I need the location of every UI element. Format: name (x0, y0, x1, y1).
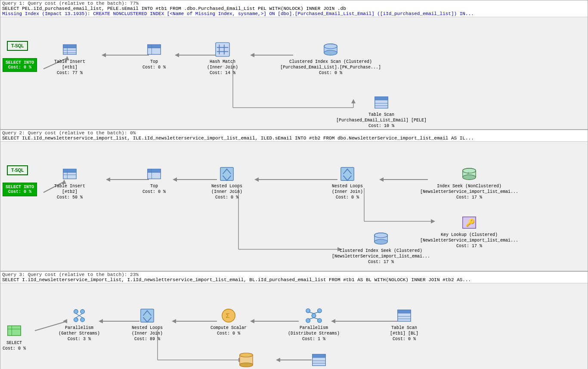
hash-match-icon-1 (214, 41, 231, 58)
nested-loops-node-2b[interactable]: Nested Loops(Inner Join)Cost: 0 % (332, 165, 363, 200)
svg-rect-14 (63, 45, 76, 48)
svg-rect-61 (148, 169, 161, 173)
clustered-scan-icon-1 (322, 41, 339, 58)
nested-loops-icon-3 (139, 307, 156, 324)
top-icon-2 (145, 165, 163, 183)
top-icon-1 (145, 41, 163, 58)
clustered-seek-icon-2 (372, 230, 390, 247)
select-icon-3 (6, 322, 23, 339)
table-spool-node-3[interactable]: Table Spool(Lazy Spool)Cost: 6 % (231, 351, 262, 369)
nested-loops-label-2b: Nested Loops(Inner Join)Cost: 0 % (332, 183, 363, 200)
query-1-section: Query 1: Query cost (relative to the bat… (0, 0, 588, 130)
svg-marker-44 (173, 177, 177, 182)
svg-line-106 (79, 316, 83, 318)
svg-rect-35 (375, 97, 388, 100)
svg-marker-4 (102, 53, 106, 57)
tsql-node-2: T-SQL (7, 165, 28, 175)
nested-loops-label-2a: Nested Loops(Inner Join)Cost: 0 % (211, 183, 242, 200)
q3-line1: Query 3: Query cost (relative to the bat… (2, 272, 586, 277)
svg-point-100 (80, 310, 85, 314)
table-scan-node-3b[interactable]: Table Scan[#tb2] [I]Cost: 1 % (306, 351, 332, 369)
query-1-header: Query 1: Query cost (relative to the bat… (0, 0, 588, 17)
query-2-header: Query 2: Query cost (relative to the bat… (0, 130, 588, 142)
select-into-label-2: SELECT INTOCost: 0 % (3, 183, 37, 196)
parallelism-gather-label-3: Parallelism(Gather Streams)Cost: 3 % (59, 325, 100, 342)
key-lookup-icon-2: 🔑 (461, 214, 478, 231)
svg-rect-127 (313, 354, 325, 358)
tsql-label-1: T-SQL (7, 41, 28, 51)
svg-marker-95 (276, 358, 280, 362)
svg-rect-23 (216, 43, 229, 56)
hash-match-node-1[interactable]: Hash Match(Inner Join)Cost: 14 % (207, 41, 238, 76)
q1-line1: Query 1: Query cost (relative to the bat… (2, 1, 586, 6)
table-scan-node-3a[interactable]: Table Scan[#tb1] [BL]Cost: 0 % (390, 307, 418, 342)
nested-loops-node-2a[interactable]: Nested Loops(Inner Join)Cost: 0 % (211, 165, 242, 200)
svg-marker-42 (106, 177, 110, 182)
select-label-3: SELECTCost: 0 % (3, 340, 26, 351)
svg-marker-88 (250, 319, 254, 323)
svg-point-110 (312, 313, 316, 318)
svg-rect-56 (63, 169, 76, 173)
svg-line-117 (309, 318, 314, 319)
svg-marker-6 (175, 53, 179, 57)
hash-match-label-1: Hash Match(Inner Join)Cost: 14 % (207, 59, 238, 76)
svg-line-118 (314, 318, 319, 319)
nested-loops-icon-2b (339, 165, 356, 183)
top-node-2[interactable]: TopCost: 0 % (142, 165, 166, 195)
svg-rect-120 (398, 310, 411, 313)
nested-loops-node-3[interactable]: Nested Loops(Inner Join)Cost: 89 % (132, 307, 163, 342)
table-scan-node-1[interactable]: Table Scan[Purchased_Email_List_Email] [… (336, 94, 427, 129)
nested-loops-label-3: Nested Loops(Inner Join)Cost: 89 % (132, 325, 163, 342)
table-insert-node-1[interactable]: Table Insert[#tb1]Cost: 77 % (54, 41, 85, 76)
parallelism-distribute-node-3[interactable]: Parallelism(Distribute Streams)Cost: 1 % (288, 307, 340, 342)
table-insert-icon-1 (61, 41, 78, 58)
clustered-scan-label-1: Clustered Index Scan (Clustered)[Purchas… (280, 59, 381, 76)
table-insert-node-2[interactable]: Table Insert[#tb2]Cost: 50 % (54, 165, 85, 200)
svg-rect-96 (8, 326, 21, 336)
key-lookup-node-2[interactable]: 🔑 Key Lookup (Clustered)[NewsletterServi… (420, 214, 518, 249)
q2-line1: Query 2: Query cost (relative to the bat… (2, 130, 586, 136)
svg-line-103 (76, 313, 79, 316)
query-1-plan: T-SQL SELECT INTOCost: 0 % (0, 17, 588, 129)
table-scan-label-1: Table Scan[Purchased_Email_List_Email] [… (336, 112, 427, 129)
svg-line-116 (314, 312, 319, 313)
query-3-section: Query 3: Query cost (relative to the bat… (0, 271, 588, 369)
svg-marker-8 (250, 53, 254, 57)
select-node-3[interactable]: SELECTCost: 0 % (3, 322, 26, 351)
q3-line2: SELECT I.iId_newsletterservice_import_li… (2, 277, 586, 282)
tsql-node-1: T-SQL (7, 41, 28, 51)
svg-point-99 (74, 310, 78, 314)
table-scan-label-3a: Table Scan[#tb1] [BL]Cost: 0 % (390, 325, 418, 342)
parallelism-distribute-icon-3 (305, 307, 322, 324)
key-lookup-label-2: Key Lookup (Clustered)[NewsletterService… (420, 232, 518, 249)
table-scan-icon-1 (373, 94, 390, 111)
clustered-seek-node-2[interactable]: Clustered Index Seek (Clustered)[Newslet… (332, 230, 430, 265)
index-seek-label-2: Index Seek (NonClustered)[NewsletterServ… (420, 183, 518, 200)
top-node-1[interactable]: TopCost: 0 % (142, 41, 166, 70)
tsql-label-2: T-SQL (7, 165, 28, 175)
parallelism-gather-icon-3 (71, 307, 88, 324)
select-into-node-2[interactable]: SELECT INTOCost: 0 % (3, 183, 37, 196)
svg-point-124 (240, 353, 253, 357)
q2-line2: SELECT ILE.iId_newsletterservice_import_… (2, 136, 586, 141)
svg-point-101 (74, 318, 78, 322)
query-2-section: Query 2: Query cost (relative to the bat… (0, 130, 588, 271)
svg-marker-46 (254, 177, 259, 182)
query-3-header: Query 3: Query cost (relative to the bat… (0, 272, 588, 283)
table-insert-label-2: Table Insert[#tb2]Cost: 50 % (54, 183, 85, 200)
clustered-scan-node-1[interactable]: Clustered Index Scan (Clustered)[Purchas… (280, 41, 381, 76)
table-spool-icon-3 (238, 351, 255, 369)
table-scan-icon-3b (310, 351, 328, 369)
query-3-plan: SELECTCost: 0 % Parallelis (0, 283, 588, 369)
index-seek-node-2[interactable]: ⚡ Index Seek (NonClustered)[NewsletterSe… (420, 165, 518, 200)
compute-scalar-node-3[interactable]: Σ Compute ScalarCost: 0 % (210, 307, 247, 336)
parallelism-gather-node-3[interactable]: Parallelism(Gather Streams)Cost: 3 % (59, 307, 100, 342)
select-into-node-1[interactable]: SELECT INTOCost: 0 % (3, 58, 37, 72)
query-2-plan: T-SQL SELECT INTOCost: 0 % Table In (0, 142, 588, 271)
svg-text:⚡: ⚡ (467, 171, 470, 176)
svg-rect-20 (148, 45, 161, 48)
q1-line2: SELECT PEL.iId_purchased_email_list, PEL… (2, 6, 586, 11)
table-insert-icon-2 (61, 165, 78, 183)
svg-point-77 (374, 239, 387, 244)
svg-point-30 (324, 50, 337, 55)
